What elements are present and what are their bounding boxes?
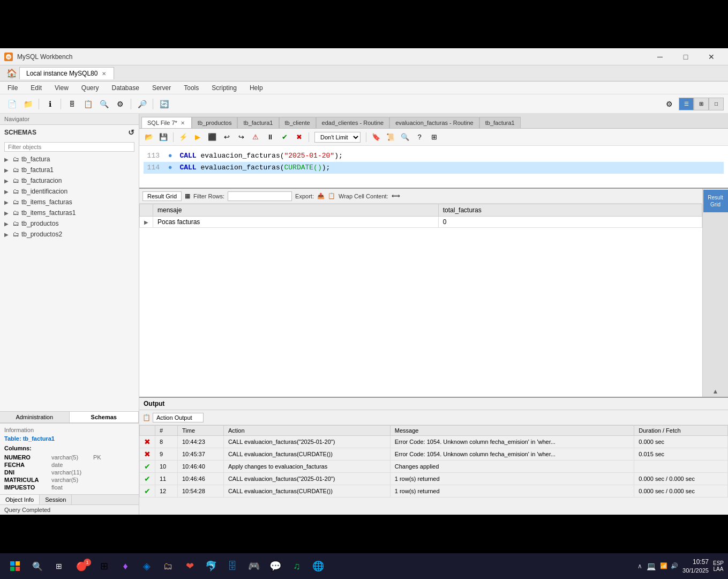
out-col-duration[interactable]: Duration / Fetch	[634, 426, 728, 436]
minimize-button[interactable]: ─	[648, 48, 672, 65]
tab-sql-file-7[interactable]: SQL File 7* ✕	[141, 117, 192, 129]
tree-item-tb-productos[interactable]: ▶ 🗂 tb_productos	[0, 218, 139, 229]
taskbar-notification-icon[interactable]: 🔴 1	[71, 555, 92, 577]
search-btn-taskbar[interactable]: 🔍	[28, 556, 47, 576]
sidebar-view-btn[interactable]: ☰	[679, 98, 694, 110]
help-context-btn[interactable]: ?	[413, 131, 426, 144]
tab-evaluacion-facturas[interactable]: evaluacion_facturas - Routine	[389, 117, 479, 128]
settings-icon[interactable]: ⚙	[662, 96, 677, 112]
open-folder-btn[interactable]: 📂	[142, 131, 155, 144]
taskbar-explorer-btn[interactable]: ⊞	[94, 556, 114, 576]
bookmark-btn[interactable]: 🔖	[370, 131, 382, 144]
menu-query[interactable]: Query	[76, 83, 104, 93]
maximize-button[interactable]: □	[673, 48, 698, 65]
taskbar-db-btn[interactable]: 🗄	[223, 556, 242, 576]
taskbar-spotify-btn[interactable]: ♫	[287, 556, 306, 576]
rollback-btn[interactable]: ✖	[292, 131, 305, 144]
taskbar-discord-btn[interactable]: 💬	[266, 556, 285, 576]
output-scroll[interactable]: # Time Action Message Duration / Fetch ✖…	[139, 425, 728, 515]
taskbar-gamedev-btn[interactable]: 🎮	[244, 556, 264, 576]
taskbar-tablet-icon[interactable]: 💻	[647, 562, 656, 570]
taskbar-files-btn[interactable]: 🗂	[159, 556, 178, 576]
sql-editor[interactable]: 113 ● CALL evaluacion_facturas("2025-01-…	[139, 146, 728, 189]
taskbar-mysql-btn[interactable]: 🐬	[201, 556, 221, 576]
save-btn[interactable]: 💾	[157, 131, 170, 144]
execute-all-btn[interactable]: ⚡	[177, 131, 190, 144]
out-col-message[interactable]: Message	[390, 426, 634, 436]
tab-tb-productos[interactable]: tb_productos	[192, 117, 238, 128]
tab-session[interactable]: Session	[40, 495, 72, 504]
search-btn[interactable]: 🔎	[134, 96, 149, 112]
menu-view[interactable]: View	[49, 83, 74, 93]
filter-rows-input[interactable]	[228, 191, 292, 201]
instance-tab-close[interactable]: ✕	[101, 71, 107, 77]
out-col-num[interactable]: #	[155, 426, 178, 436]
new-file-btn[interactable]: 📄	[4, 96, 19, 112]
out-col-time[interactable]: Time	[178, 426, 224, 436]
wrap-icon[interactable]: ⟺	[392, 192, 400, 199]
taskview-btn[interactable]: ⊞	[49, 556, 69, 576]
full-view-btn[interactable]: □	[709, 98, 724, 110]
tab-tb-cliente[interactable]: tb_cliente	[279, 117, 316, 128]
stop-btn[interactable]: ⬛	[206, 131, 219, 144]
tree-item-tb-factura1[interactable]: ▶ 🗂 tb_factura1	[0, 165, 139, 175]
open-file-btn[interactable]: 📁	[20, 96, 35, 112]
col-header-total-facturas[interactable]: total_facturas	[438, 204, 702, 217]
taskbar-heidisql-btn[interactable]: ❤	[180, 556, 199, 576]
taskbar-vscode-btn[interactable]: ◈	[137, 556, 156, 576]
filter-objects-input[interactable]	[4, 142, 134, 152]
run-script-btn[interactable]: 📜	[384, 131, 397, 144]
col-header-mensaje[interactable]: mensaje	[153, 204, 439, 217]
result-grid-btn[interactable]: Result Grid	[703, 190, 728, 212]
table-btn[interactable]: 📋	[80, 96, 95, 112]
error-btn[interactable]: ⚠	[249, 131, 262, 144]
split-view-btn[interactable]: ⊞	[694, 98, 709, 110]
tab-schemas[interactable]: Schemas	[70, 412, 139, 422]
schemas-toggle[interactable]: ↺	[128, 128, 134, 137]
tab-tb-factura1-2[interactable]: tb_factura1	[479, 117, 521, 128]
menu-server[interactable]: Server	[147, 83, 176, 93]
tab-close-btn[interactable]: ✕	[179, 120, 186, 126]
tree-item-tb-items-facturas[interactable]: ▶ 🗂 tb_items_facturas	[0, 197, 139, 207]
menu-database[interactable]: Database	[107, 83, 145, 93]
undo-btn[interactable]: ↩	[220, 131, 233, 144]
tree-item-tb-items-facturas1[interactable]: ▶ 🗂 tb_items_facturas1	[0, 207, 139, 218]
export-icon[interactable]: 📤	[317, 192, 325, 199]
execute-btn[interactable]: ▶	[191, 131, 204, 144]
view-btn-t[interactable]: 🔍	[96, 96, 111, 112]
tab-object-info[interactable]: Object Info	[0, 495, 40, 504]
zoom-in-btn[interactable]: ⊞	[427, 131, 440, 144]
home-icon[interactable]: 🏠	[4, 66, 19, 80]
tree-item-tb-productos2[interactable]: ▶ 🗂 tb_productos2	[0, 229, 139, 240]
taskbar-ide-btn[interactable]: ♦	[116, 556, 135, 576]
tab-tb-factura1[interactable]: tb_factura1	[237, 117, 279, 128]
instance-tab[interactable]: Local instance MySQL80 ✕	[19, 67, 114, 79]
cell-mensaje[interactable]: Pocas facturas	[153, 217, 439, 228]
taskbar-system-tray[interactable]: ∧	[637, 562, 642, 570]
start-menu-btn[interactable]	[4, 555, 26, 577]
export-copy-icon[interactable]: 📋	[328, 192, 335, 199]
result-scroll-up[interactable]: ▲	[710, 386, 721, 397]
pause-btn[interactable]: ⏸	[264, 131, 276, 144]
menu-edit[interactable]: Edit	[25, 83, 47, 93]
menu-file[interactable]: File	[2, 83, 23, 93]
tab-edad-clientes[interactable]: edad_clientes - Routine	[316, 117, 390, 128]
tree-item-tb-identificacion[interactable]: ▶ 🗂 tb_identificacion	[0, 186, 139, 197]
output-type-select[interactable]: Action Output	[153, 413, 204, 422]
out-col-action[interactable]: Action	[223, 426, 390, 436]
menu-help[interactable]: Help	[244, 83, 268, 93]
tree-item-tb-facturacion[interactable]: ▶ 🗂 tb_facturacion	[0, 175, 139, 186]
tab-administration[interactable]: Administration	[0, 412, 70, 422]
info-btn[interactable]: ℹ	[42, 96, 57, 112]
taskbar-chrome-btn[interactable]: 🌐	[309, 556, 328, 576]
result-grid-tab[interactable]: Result Grid	[142, 191, 182, 201]
commit-btn[interactable]: ✔	[278, 131, 291, 144]
action-output-dropdown[interactable]: 📋 Action Output	[142, 413, 204, 422]
limit-select[interactable]: Don't Limit	[314, 132, 361, 143]
menu-tools[interactable]: Tools	[178, 83, 204, 93]
schema-btn[interactable]: 🗄	[64, 96, 79, 112]
menu-scripting[interactable]: Scripting	[206, 83, 242, 93]
search-replace-btn[interactable]: 🔍	[399, 131, 411, 144]
redo-btn[interactable]: ↪	[235, 131, 247, 144]
proc-btn[interactable]: ⚙	[112, 96, 127, 112]
